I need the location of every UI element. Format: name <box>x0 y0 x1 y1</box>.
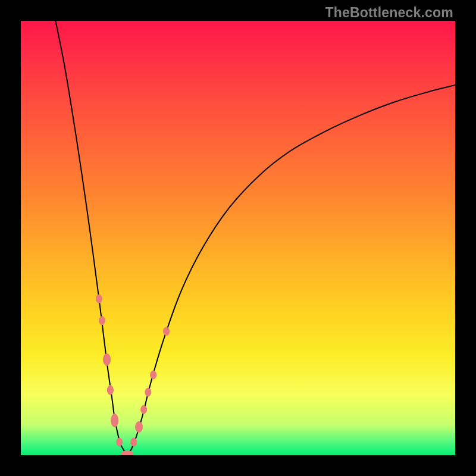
data-marker <box>141 405 147 414</box>
data-marker <box>96 295 102 303</box>
data-marker <box>111 414 118 427</box>
data-marker <box>107 386 113 395</box>
data-marker <box>136 422 143 433</box>
chart-svg <box>21 21 455 455</box>
series-right-branch <box>127 85 455 455</box>
data-marker <box>151 371 156 379</box>
data-marker <box>164 327 170 336</box>
data-marker <box>104 353 111 365</box>
watermark-text: TheBottleneck.com <box>325 5 453 21</box>
chart-frame: TheBottleneck.com <box>0 0 476 476</box>
data-marker <box>145 388 151 396</box>
plot-area <box>21 21 455 455</box>
curve-lines <box>55 21 455 455</box>
data-marker <box>117 438 123 446</box>
data-marker <box>99 317 105 325</box>
series-left-branch <box>55 21 127 455</box>
data-marker <box>121 451 133 455</box>
data-marker <box>131 438 137 446</box>
curve-markers <box>96 295 169 455</box>
